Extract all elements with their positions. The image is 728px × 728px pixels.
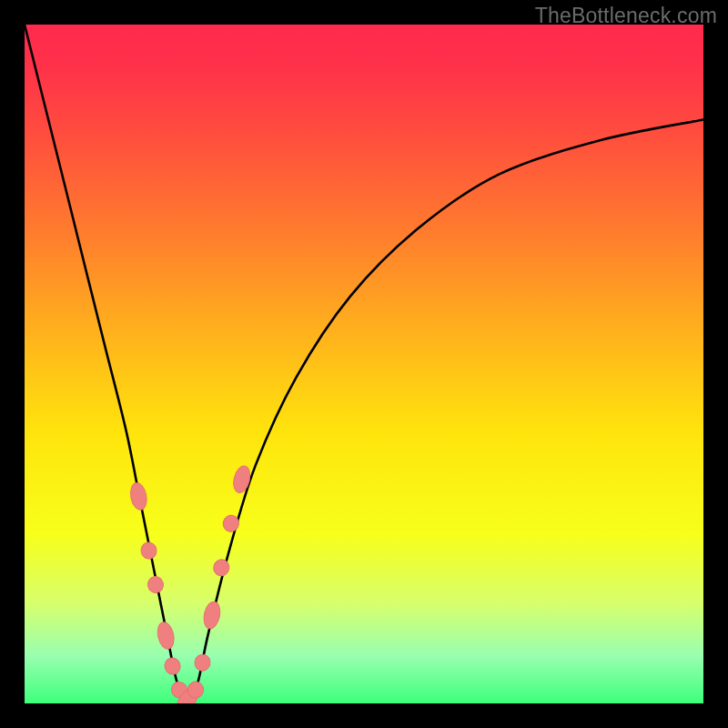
bottleneck-curve bbox=[25, 25, 703, 703]
highlight-blob bbox=[193, 653, 211, 672]
highlight-blobs bbox=[128, 464, 252, 703]
chart-frame: TheBottleneck.com bbox=[0, 0, 728, 728]
highlight-blob bbox=[128, 481, 148, 511]
highlight-blob bbox=[231, 464, 253, 494]
highlight-blob bbox=[163, 656, 182, 676]
curve-layer bbox=[25, 25, 703, 703]
curve-path bbox=[25, 25, 703, 703]
highlight-blob bbox=[139, 541, 157, 561]
highlight-blob bbox=[147, 575, 165, 594]
plot-area bbox=[25, 25, 703, 703]
highlight-blob bbox=[212, 558, 230, 577]
highlight-blob bbox=[202, 601, 223, 631]
highlight-blob bbox=[156, 621, 177, 651]
